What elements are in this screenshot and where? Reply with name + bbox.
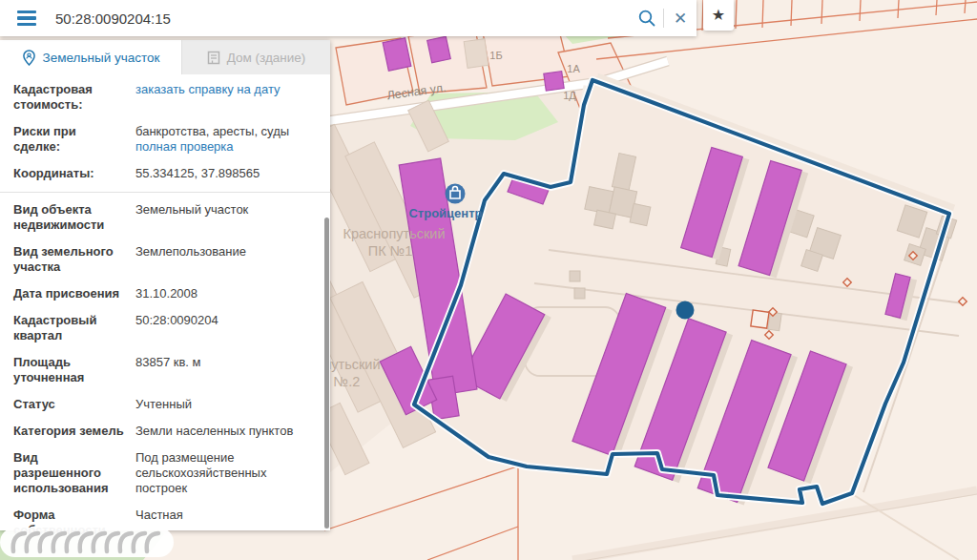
tab-building-label: Дом (здание) [227,51,306,65]
coop1-label-line1: Краснопутьский [343,226,446,241]
row-cadastral-value: Кадастровая стоимость: заказать справку … [0,76,330,118]
tab-land-label: Земельный участок [43,51,160,65]
row-parcel-kind: Вид земельного участка Землепользование [0,239,330,280]
hamburger-icon [17,10,36,27]
parcel-info-panel: Земельный участок Дом (здание) Кадастров… [0,40,330,530]
row-permitted-use: Вид разрешенного использования Под разме… [0,445,330,502]
panel-rows: Кадастровая стоимость: заказать справку … [0,74,330,544]
close-icon: ✕ [674,10,687,27]
search-input[interactable] [53,10,631,27]
panel-scrollbar[interactable] [324,218,329,529]
row-deal-risks: Риски при сделке: банкротства, аресты, с… [0,118,330,160]
parcel-number: 1Д [563,90,576,101]
parcel-pin-icon [22,50,36,66]
poi-label: Стройцентр [408,206,482,220]
clear-search-button[interactable]: ✕ [664,0,696,36]
row-assignment-date: Дата присвоения 31.10.2008 [0,280,330,307]
watermark-logo [0,527,177,559]
favorite-button[interactable]: ★ [703,0,734,31]
app-window: Лесная ул. 1Б 1А 1Д Краснопутьский ПК №1… [0,0,977,560]
row-status: Статус Учтенный [0,391,330,418]
row-cadastral-block: Кадастровый квартал 50:28:0090204 [0,307,330,349]
search-bar: ✕ [0,0,696,36]
row-coordinates: Координаты: 55.334125, 37.898565 [0,160,330,187]
panel-tabs: Земельный участок Дом (здание) [0,40,330,74]
search-button[interactable] [631,0,663,36]
magnifier-icon [637,9,656,28]
menu-button[interactable] [0,0,53,36]
row-area: Площадь уточненная 83857 кв. м [0,349,330,391]
row-land-category: Категория земель Земли населенных пункто… [0,418,330,445]
tab-land-parcel[interactable]: Земельный участок [0,40,181,74]
parcel-number: 1Б [489,50,502,61]
tab-building[interactable]: Дом (здание) [181,40,330,74]
star-icon: ★ [712,8,725,23]
parcel-marker-dot[interactable] [676,301,695,320]
row-object-type: Вид объекта недвижимости Земельный участ… [0,197,330,239]
coop1-label-line2: ПК №1 [368,243,413,259]
full-check-link[interactable]: полная проверка [135,139,317,155]
building-icon [207,51,220,65]
section-divider [0,192,330,193]
parcel-number: 1А [567,63,580,74]
order-certificate-link[interactable]: заказать справку на дату [135,82,317,97]
